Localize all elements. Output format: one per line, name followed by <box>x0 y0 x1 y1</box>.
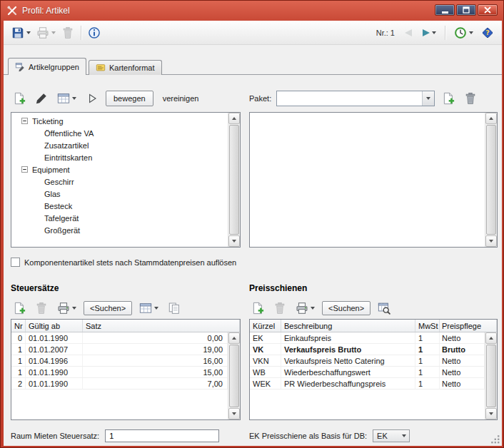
help-button[interactable] <box>479 24 496 42</box>
tree-item[interactable]: Tafelgerät <box>11 212 228 224</box>
run-button[interactable] <box>84 89 101 108</box>
tax-table-view-button[interactable] <box>137 299 161 317</box>
new-paket-button[interactable] <box>440 89 457 108</box>
close-button[interactable] <box>478 4 498 16</box>
tab-kartenformat[interactable]: Kartenformat <box>89 60 162 75</box>
print-dropdown-icon[interactable] <box>51 31 56 34</box>
tree-item[interactable]: Besteck <box>11 200 228 212</box>
table-row[interactable]: WEK PR Wiederbeschaffungspreis 1 Netto <box>250 378 485 390</box>
scroll-down-button[interactable] <box>228 408 240 419</box>
scrollbar-track[interactable] <box>228 345 240 407</box>
component-checkbox[interactable] <box>11 258 20 267</box>
table-row[interactable]: EK Einkaufspreis 1 Netto <box>250 332 485 344</box>
tree-item-group[interactable]: Equipment <box>11 163 228 175</box>
column-header-satz[interactable]: Satz <box>83 320 240 332</box>
price-line-find-button[interactable] <box>376 299 393 317</box>
steuersaetze-scrollbar[interactable] <box>228 332 240 419</box>
tree-scrollbar[interactable] <box>228 113 240 247</box>
db-base-combobox[interactable]: EK <box>373 429 410 442</box>
delete-button[interactable] <box>59 24 76 42</box>
save-dropdown-icon[interactable] <box>26 31 31 34</box>
tree-item[interactable]: Großgerät <box>11 224 228 236</box>
resize-grip-icon[interactable] <box>490 434 500 444</box>
next-record-dropdown-icon[interactable] <box>432 31 436 34</box>
scroll-down-button[interactable] <box>485 235 497 247</box>
paket-combo-button[interactable] <box>422 91 434 106</box>
maximize-button[interactable] <box>456 4 476 16</box>
paket-list-scrollbar[interactable] <box>485 113 497 247</box>
tree-item[interactable]: Geschirr <box>11 175 228 188</box>
table-row[interactable]: 1 01.04.1996 16,00 <box>11 355 228 367</box>
delete-tax-button[interactable] <box>33 299 50 317</box>
print-tax-button[interactable] <box>55 299 79 317</box>
new-group-button[interactable] <box>11 89 28 108</box>
paket-combobox[interactable] <box>276 91 435 106</box>
scroll-up-button[interactable] <box>228 332 240 344</box>
column-header-gueltig-ab[interactable]: Gültig ab <box>26 320 83 332</box>
column-header-mwst[interactable]: MwSt <box>415 320 440 332</box>
move-button[interactable]: bewegen <box>106 91 153 106</box>
info-button[interactable] <box>86 24 103 42</box>
table-header[interactable]: Nr Gültig ab Satz <box>11 320 240 332</box>
scrollbar-track[interactable] <box>228 125 240 235</box>
scrollbar-track[interactable] <box>485 125 497 235</box>
scrollbar-thumb[interactable] <box>229 125 239 235</box>
collapse-icon[interactable] <box>21 166 28 173</box>
column-header-kuerzel[interactable]: Kürzel <box>250 320 281 332</box>
merge-button[interactable]: vereinigen <box>158 91 203 106</box>
tree-item[interactable]: Öffentliche VA <box>11 127 228 139</box>
scroll-up-button[interactable] <box>228 113 240 124</box>
titlebar[interactable]: Profil: Artikel <box>1 1 503 21</box>
tab-artikelgruppen[interactable]: Artikelgruppen <box>8 58 86 75</box>
table-row[interactable]: VKN Verkaufspreis Netto Catering 1 Netto <box>250 355 485 367</box>
next-record-button[interactable] <box>420 24 438 42</box>
history-dropdown-icon[interactable] <box>469 31 473 34</box>
edit-group-button[interactable] <box>33 89 50 108</box>
print-dropdown-icon[interactable] <box>72 307 76 310</box>
scrollbar-thumb[interactable] <box>229 345 239 407</box>
delete-price-line-button[interactable] <box>271 299 288 317</box>
db-combo-button[interactable] <box>399 430 409 442</box>
scrollbar-thumb[interactable] <box>486 345 496 407</box>
price-line-search-button[interactable]: <Suchen> <box>322 301 371 315</box>
column-header-nr[interactable]: Nr <box>11 320 26 332</box>
delete-paket-button[interactable] <box>462 89 479 108</box>
table-row[interactable]: 1 01.01.1990 15,00 <box>11 367 228 378</box>
minimize-button[interactable] <box>435 4 455 16</box>
paket-list[interactable] <box>249 112 498 248</box>
tree-item[interactable]: Eintrittskarten <box>11 151 228 163</box>
print-dropdown-icon[interactable] <box>311 307 315 310</box>
table-row[interactable]: VK Verkaufspreis Brutto 1 Brutto <box>250 344 485 355</box>
previous-record-button[interactable] <box>400 24 417 42</box>
table-view-dropdown-icon[interactable] <box>72 97 76 100</box>
table-header[interactable]: Kürzel Beschreibung MwSt Preispflege <box>250 320 497 332</box>
column-header-beschreibung[interactable]: Beschreibung <box>281 320 415 332</box>
table-row[interactable]: 1 01.01.2007 19,00 <box>11 344 228 355</box>
print-price-line-button[interactable] <box>293 299 317 317</box>
scroll-down-button[interactable] <box>485 408 497 419</box>
scroll-down-button[interactable] <box>228 235 240 247</box>
scroll-up-button[interactable] <box>485 113 497 124</box>
column-header-preispflege[interactable]: Preispflege <box>440 320 497 332</box>
group-table-view-button[interactable] <box>55 89 79 108</box>
room-tax-input[interactable] <box>105 429 219 442</box>
copy-tax-button[interactable] <box>166 299 183 317</box>
tax-search-button[interactable]: <Suchen> <box>84 301 132 315</box>
scrollbar-thumb[interactable] <box>486 125 496 235</box>
table-row[interactable]: 0 01.01.1990 0,00 <box>11 332 228 344</box>
save-button[interactable] <box>9 24 33 42</box>
preisschienen-scrollbar[interactable] <box>485 332 497 419</box>
table-view-dropdown-icon[interactable] <box>154 307 158 310</box>
collapse-icon[interactable] <box>21 118 28 124</box>
table-row[interactable]: WB Wiederbeschaffungswert 1 Netto <box>250 367 485 378</box>
scroll-up-button[interactable] <box>485 332 497 344</box>
tree-item[interactable]: Zusatzartikel <box>11 139 228 151</box>
scrollbar-track[interactable] <box>485 345 497 407</box>
new-tax-button[interactable] <box>11 299 28 317</box>
new-price-line-button[interactable] <box>249 299 266 317</box>
tree-item-group[interactable]: Ticketing <box>11 115 228 127</box>
tree-item[interactable]: Glas <box>11 188 228 200</box>
print-button[interactable] <box>34 24 58 42</box>
history-button[interactable] <box>452 24 475 42</box>
table-row[interactable]: 2 01.01.1990 7,00 <box>11 378 228 390</box>
